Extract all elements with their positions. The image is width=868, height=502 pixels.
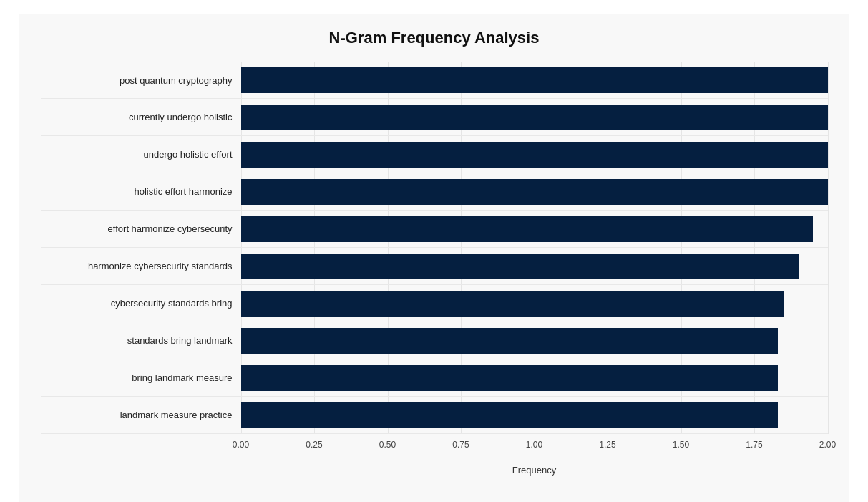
x-axis: 0.000.250.500.751.001.251.501.752.00 <box>241 440 828 461</box>
x-tick: 1.00 <box>526 440 542 450</box>
chart-container: N-Gram Frequency Analysis post quantum c… <box>19 14 849 502</box>
bar-fill <box>241 291 784 317</box>
bar-label: bring landmark measure <box>41 372 241 383</box>
bar-track <box>241 291 828 317</box>
bar-track <box>241 402 828 428</box>
bar-label: harmonize cybersecurity standards <box>41 261 241 271</box>
x-tick: 2.00 <box>819 440 836 450</box>
bar-row: cybersecurity standards bring <box>41 285 828 322</box>
bar-label: undergo holistic effort <box>41 149 241 160</box>
bar-fill <box>241 402 778 428</box>
bar-label: standards bring landmark <box>41 335 241 346</box>
bar-track <box>241 67 828 93</box>
x-tick: 0.75 <box>452 440 469 450</box>
bar-row: landmark measure practice <box>41 397 828 434</box>
bar-label: effort harmonize cybersecurity <box>41 223 241 234</box>
bar-label: cybersecurity standards bring <box>41 298 241 309</box>
bar-track <box>241 179 828 205</box>
x-tick: 1.75 <box>746 440 762 450</box>
bar-row: standards bring landmark <box>41 322 828 359</box>
grid-line <box>828 62 829 434</box>
chart-title: N-Gram Frequency Analysis <box>41 29 828 47</box>
bar-fill <box>241 179 828 205</box>
bar-track <box>241 105 828 130</box>
bar-row: undergo holistic effort <box>41 136 828 173</box>
bar-label: post quantum cryptography <box>41 75 241 86</box>
chart-area: post quantum cryptographycurrently under… <box>41 62 828 434</box>
bar-row: currently undergo holistic <box>41 99 828 136</box>
bar-fill <box>241 216 814 242</box>
bar-label: holistic effort harmonize <box>41 186 241 197</box>
bar-track <box>241 365 828 391</box>
bar-fill <box>241 328 778 354</box>
chart-inner: post quantum cryptographycurrently under… <box>41 62 828 434</box>
bar-fill <box>241 67 828 93</box>
x-tick: 1.50 <box>673 440 689 450</box>
bar-track <box>241 142 828 168</box>
x-tick: 0.00 <box>233 440 249 450</box>
bar-track <box>241 328 828 354</box>
x-tick: 0.25 <box>306 440 322 450</box>
bar-label: landmark measure practice <box>41 410 241 420</box>
x-tick: 1.25 <box>599 440 615 450</box>
bar-label: currently undergo holistic <box>41 112 241 122</box>
bar-fill <box>241 365 778 391</box>
bar-fill <box>241 142 828 168</box>
x-axis-label: Frequency <box>41 465 828 476</box>
bar-row: bring landmark measure <box>41 359 828 397</box>
bar-row: post quantum cryptography <box>41 62 828 99</box>
bar-row: effort harmonize cybersecurity <box>41 211 828 248</box>
bar-fill <box>241 105 828 130</box>
bar-row: holistic effort harmonize <box>41 173 828 211</box>
bar-row: harmonize cybersecurity standards <box>41 248 828 285</box>
bar-track <box>241 216 828 242</box>
x-axis-container: 0.000.250.500.751.001.251.501.752.00 <box>41 440 828 461</box>
bar-track <box>241 254 828 279</box>
x-tick: 0.50 <box>379 440 396 450</box>
bar-fill <box>241 254 799 279</box>
